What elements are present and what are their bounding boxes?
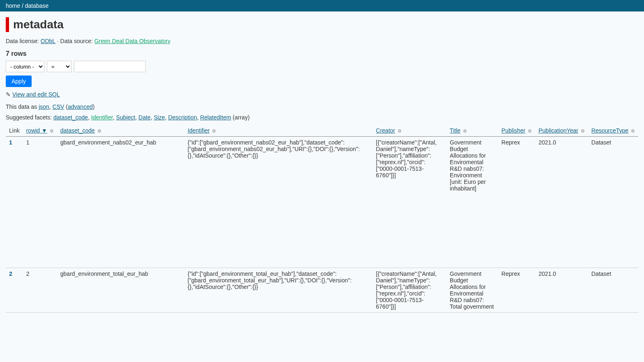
col-pubyear-link[interactable]: PublicationYear bbox=[538, 127, 578, 134]
breadcrumb-sep: / bbox=[20, 2, 25, 9]
cell-title: Government Budget Allocations for Enviro… bbox=[446, 268, 498, 313]
cell-identifier: {"id":["gbard_environment_total_eur_hab"… bbox=[184, 268, 373, 313]
license-sep: · bbox=[55, 38, 60, 44]
facet-description[interactable]: Description bbox=[168, 114, 197, 121]
col-title[interactable]: Title ⚙ bbox=[446, 125, 498, 137]
row-link[interactable]: 2 bbox=[9, 270, 12, 277]
filter-operator-select[interactable]: = bbox=[47, 61, 71, 72]
table-row: 2 2 gbard_environment_total_eur_hab {"id… bbox=[6, 268, 638, 313]
license-link[interactable]: ODbL bbox=[41, 38, 55, 44]
col-publication-year[interactable]: PublicationYear ⚙ bbox=[535, 125, 588, 137]
facet-date[interactable]: Date bbox=[138, 114, 151, 121]
cell-creator: [{"creatorName":["Antal, Daniel"],"nameT… bbox=[373, 137, 446, 268]
gear-icon[interactable]: ⚙ bbox=[581, 128, 585, 133]
cell-resource-type: Dataset bbox=[588, 137, 638, 268]
col-rowid-link[interactable]: rowid ▼ bbox=[26, 127, 47, 134]
facet-identifier[interactable]: Identifier bbox=[91, 114, 113, 121]
export-close: ) bbox=[93, 103, 95, 110]
facet-related-item[interactable]: RelatedItem bbox=[200, 114, 231, 121]
gear-icon[interactable]: ⚙ bbox=[398, 128, 402, 133]
gear-icon[interactable]: ⚙ bbox=[50, 128, 54, 133]
col-publisher-link[interactable]: Publisher bbox=[501, 127, 525, 134]
breadcrumb-home[interactable]: home bbox=[6, 2, 20, 9]
col-dataset-code[interactable]: dataset_code ⚙ bbox=[57, 125, 184, 137]
filter-row: - column - = bbox=[6, 61, 638, 72]
cell-rowid: 2 bbox=[23, 268, 57, 313]
cell-identifier: {"id":["gbard_environment_nabs02_eur_hab… bbox=[184, 137, 373, 268]
cell-publication-year: 2021.0 bbox=[535, 268, 588, 313]
export-csv-link[interactable]: CSV bbox=[53, 103, 64, 110]
col-resource-type[interactable]: ResourceType ⚙ bbox=[588, 125, 638, 137]
page-title: metadata bbox=[13, 18, 64, 31]
facet-size[interactable]: Size bbox=[154, 114, 165, 121]
col-creator[interactable]: Creator ⚙ bbox=[373, 125, 446, 137]
col-publisher[interactable]: Publisher ⚙ bbox=[498, 125, 535, 137]
data-table: Link rowid ▼ ⚙ dataset_code ⚙ Identifier… bbox=[6, 125, 638, 313]
breadcrumb-db[interactable]: database bbox=[25, 2, 49, 9]
license-label: Data license: bbox=[6, 38, 41, 44]
cell-publication-year: 2021.0 bbox=[535, 137, 588, 268]
col-link: Link bbox=[6, 125, 23, 137]
license-line: Data license: ODbL · Data source: Green … bbox=[6, 38, 638, 44]
source-link[interactable]: Green Deal Data Observatory bbox=[94, 38, 170, 44]
export-prefix: This data as bbox=[6, 103, 39, 110]
facets-prefix: Suggested facets: bbox=[6, 114, 53, 121]
view-edit-sql-link[interactable]: View and edit SQL bbox=[12, 91, 60, 98]
source-label: Data source: bbox=[60, 38, 94, 44]
col-identifier[interactable]: Identifier ⚙ bbox=[184, 125, 373, 137]
gear-icon[interactable]: ⚙ bbox=[631, 128, 635, 133]
apply-button[interactable]: Apply bbox=[6, 76, 32, 87]
cell-title: Government Budget Allocations for Enviro… bbox=[446, 137, 498, 268]
cell-resource-type: Dataset bbox=[588, 268, 638, 313]
cell-publisher: Reprex bbox=[498, 268, 535, 313]
cell-publisher: Reprex bbox=[498, 137, 535, 268]
facets-line: Suggested facets: dataset_code, Identifi… bbox=[6, 114, 638, 121]
filter-column-select[interactable]: - column - bbox=[6, 61, 44, 72]
pencil-icon: ✎ bbox=[6, 91, 11, 98]
cell-creator: [{"creatorName":["Antal, Daniel"],"nameT… bbox=[373, 268, 446, 313]
rows-count: 7 rows bbox=[6, 50, 638, 57]
facet-subject[interactable]: Subject bbox=[116, 114, 136, 121]
gear-icon[interactable]: ⚙ bbox=[528, 128, 532, 133]
col-title-link[interactable]: Title bbox=[450, 127, 460, 134]
export-line: This data as json, CSV (advanced) bbox=[6, 103, 638, 110]
gear-icon[interactable]: ⚙ bbox=[463, 128, 467, 133]
row-link[interactable]: 1 bbox=[9, 139, 12, 146]
gear-icon[interactable]: ⚙ bbox=[212, 128, 216, 133]
title-accent bbox=[6, 17, 9, 32]
sql-link-row: ✎View and edit SQL bbox=[6, 91, 638, 98]
facet-dataset-code[interactable]: dataset_code bbox=[53, 114, 88, 121]
cell-rowid: 1 bbox=[23, 137, 57, 268]
export-open: ( bbox=[64, 103, 68, 110]
col-creator-link[interactable]: Creator bbox=[376, 127, 395, 134]
filter-value-input[interactable] bbox=[74, 61, 146, 72]
facets-suffix: (array) bbox=[231, 114, 250, 121]
cell-dataset-code: gbard_environment_nabs02_eur_hab bbox=[57, 137, 184, 268]
col-restype-link[interactable]: ResourceType bbox=[591, 127, 628, 134]
cell-dataset-code: gbard_environment_total_eur_hab bbox=[57, 268, 184, 313]
col-rowid[interactable]: rowid ▼ ⚙ bbox=[23, 125, 57, 137]
gear-icon[interactable]: ⚙ bbox=[97, 128, 101, 133]
breadcrumb: home / database bbox=[0, 0, 644, 11]
export-advanced-link[interactable]: advanced bbox=[68, 103, 93, 110]
col-identifier-link[interactable]: Identifier bbox=[188, 127, 210, 134]
col-dataset-code-link[interactable]: dataset_code bbox=[60, 127, 95, 134]
table-row: 1 1 gbard_environment_nabs02_eur_hab {"i… bbox=[6, 137, 638, 268]
export-json-link[interactable]: json bbox=[39, 103, 49, 110]
